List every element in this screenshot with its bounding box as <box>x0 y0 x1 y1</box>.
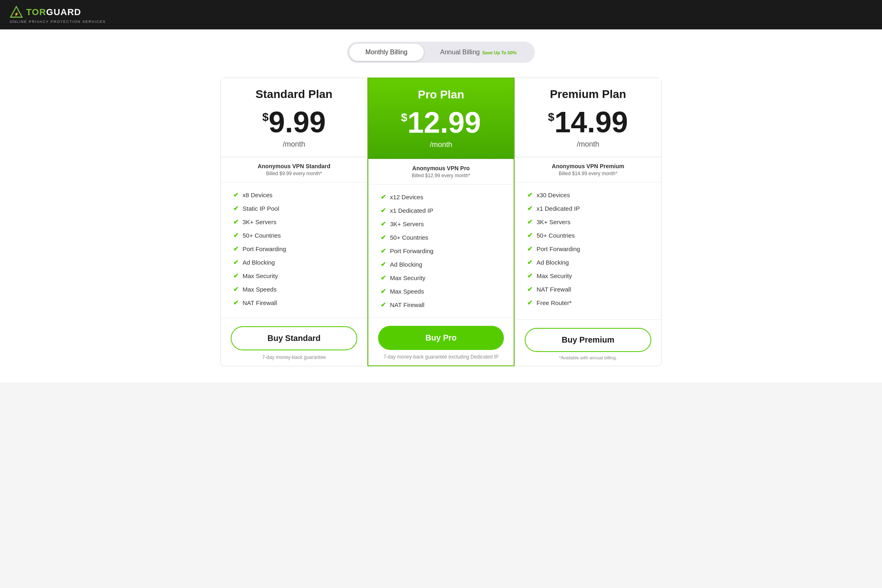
standard-billing-info: Anonymous VPN Standard Billed $9.99 ever… <box>221 157 367 182</box>
plans-container: Standard Plan $ 9.99 /month Anonymous VP… <box>216 78 666 366</box>
check-icon: ✔ <box>527 191 532 199</box>
check-icon: ✔ <box>233 285 238 293</box>
pro-guarantee: 7-day money-back guarantee excluding Ded… <box>378 354 504 360</box>
check-icon: ✔ <box>527 272 532 280</box>
check-icon: ✔ <box>381 261 386 268</box>
standard-plan-card: Standard Plan $ 9.99 /month Anonymous VP… <box>220 78 368 366</box>
check-icon: ✔ <box>381 247 386 255</box>
check-icon: ✔ <box>381 234 386 241</box>
standard-plan-name: Standard Plan <box>229 88 359 101</box>
list-item: ✔Free Router* <box>527 296 649 310</box>
premium-currency: $ <box>548 111 555 124</box>
pro-amount: 12.99 <box>408 108 481 137</box>
list-item: ✔x1 Dedicated IP <box>527 202 649 215</box>
list-item: ✔50+ Countries <box>233 229 355 242</box>
list-item: ✔Max Speeds <box>233 283 355 296</box>
list-item: ✔Static IP Pool <box>233 202 355 215</box>
standard-plan-header: Standard Plan $ 9.99 /month <box>221 78 367 157</box>
pro-cta: Buy Pro 7-day money-back guarantee exclu… <box>368 317 514 365</box>
logo-text: TORGUARD <box>26 7 81 18</box>
list-item: ✔3K+ Servers <box>527 215 649 229</box>
premium-plan-name: Premium Plan <box>523 88 653 101</box>
annual-billing-label: Annual Billing <box>440 49 480 56</box>
standard-period: /month <box>229 140 359 149</box>
standard-billing-desc: Billed $9.99 every month* <box>229 171 359 176</box>
pro-features: ✔x12 Devices ✔x1 Dedicated IP ✔3K+ Serve… <box>368 184 514 317</box>
list-item: ✔NAT Firewall <box>233 296 355 310</box>
site-header: ⚡ TORGUARD ONLINE PRIVACY PROTECTION SER… <box>0 0 882 29</box>
main-content: Monthly Billing Annual BillingSave Up To… <box>0 29 882 383</box>
list-item: ✔Ad Blocking <box>527 256 649 269</box>
list-item: ✔x30 Devices <box>527 188 649 202</box>
standard-price-row: $ 9.99 <box>229 107 359 137</box>
list-item: ✔Ad Blocking <box>233 256 355 269</box>
pro-currency: $ <box>401 111 408 124</box>
list-item: ✔NAT Firewall <box>527 283 649 296</box>
pro-plan-card: Pro Plan $ 12.99 /month Anonymous VPN Pr… <box>368 78 514 366</box>
list-item: ✔x1 Dedicated IP <box>381 204 501 217</box>
annual-billing-button[interactable]: Annual BillingSave Up To 50% <box>424 44 533 61</box>
premium-annual-note: *Available with annual billing. <box>525 355 651 360</box>
list-item: ✔Ad Blocking <box>381 258 501 271</box>
logo-subtitle: ONLINE PRIVACY PROTECTION SERVICES <box>10 20 106 24</box>
check-icon: ✔ <box>381 287 386 295</box>
buy-pro-button[interactable]: Buy Pro <box>378 326 504 350</box>
check-icon: ✔ <box>233 218 238 226</box>
list-item: ✔x8 Devices <box>233 188 355 202</box>
list-item: ✔50+ Countries <box>527 229 649 242</box>
list-item: ✔Max Security <box>233 269 355 283</box>
check-icon: ✔ <box>527 205 532 212</box>
premium-cta: Buy Premium *Available with annual billi… <box>515 319 661 366</box>
pro-period: /month <box>376 140 506 149</box>
standard-currency: $ <box>262 111 269 124</box>
premium-billing-desc: Billed $14.99 every month* <box>523 171 653 176</box>
check-icon: ✔ <box>233 191 238 199</box>
list-item: ✔Max Speeds <box>381 285 501 298</box>
torguard-logo-icon: ⚡ <box>10 6 23 19</box>
check-icon: ✔ <box>381 274 386 282</box>
check-icon: ✔ <box>233 205 238 212</box>
pro-price-row: $ 12.99 <box>376 108 506 137</box>
list-item: ✔3K+ Servers <box>233 215 355 229</box>
premium-billing-title: Anonymous VPN Premium <box>523 163 653 169</box>
check-icon: ✔ <box>527 299 532 307</box>
check-icon: ✔ <box>233 245 238 253</box>
list-item: ✔50+ Countries <box>381 231 501 244</box>
premium-plan-card: Premium Plan $ 14.99 /month Anonymous VP… <box>514 78 662 366</box>
list-item: ✔Port Forwarding <box>233 242 355 256</box>
standard-cta: Buy Standard 7-day money-back guarantee <box>221 318 367 366</box>
pro-billing-title: Anonymous VPN Pro <box>376 165 506 172</box>
list-item: ✔x12 Devices <box>381 190 501 204</box>
check-icon: ✔ <box>381 220 386 228</box>
buy-premium-button[interactable]: Buy Premium <box>525 328 651 352</box>
premium-period: /month <box>523 140 653 149</box>
check-icon: ✔ <box>233 272 238 280</box>
save-badge: Save Up To 50% <box>482 50 517 55</box>
buy-standard-button[interactable]: Buy Standard <box>231 326 357 350</box>
check-icon: ✔ <box>233 299 238 307</box>
billing-toggle: Monthly Billing Annual BillingSave Up To… <box>347 42 535 63</box>
check-icon: ✔ <box>527 218 532 226</box>
check-icon: ✔ <box>527 285 532 293</box>
check-icon: ✔ <box>381 301 386 309</box>
check-icon: ✔ <box>381 207 386 214</box>
pro-plan-name: Pro Plan <box>376 88 506 101</box>
premium-billing-info: Anonymous VPN Premium Billed $14.99 ever… <box>515 157 661 182</box>
check-icon: ✔ <box>233 258 238 266</box>
monthly-billing-button[interactable]: Monthly Billing <box>349 44 424 61</box>
list-item: ✔Max Security <box>527 269 649 283</box>
pro-billing-desc: Billed $12.99 every month* <box>376 173 506 178</box>
list-item: ✔3K+ Servers <box>381 217 501 231</box>
list-item: ✔Max Security <box>381 271 501 285</box>
list-item: ✔Port Forwarding <box>381 244 501 258</box>
standard-guarantee: 7-day money-back guarantee <box>231 354 357 360</box>
check-icon: ✔ <box>527 232 532 239</box>
pro-billing-info: Anonymous VPN Pro Billed $12.99 every mo… <box>368 159 514 184</box>
check-icon: ✔ <box>527 258 532 266</box>
check-icon: ✔ <box>233 232 238 239</box>
premium-features: ✔x30 Devices ✔x1 Dedicated IP ✔3K+ Serve… <box>515 182 661 319</box>
standard-amount: 9.99 <box>269 107 326 137</box>
premium-price-row: $ 14.99 <box>523 107 653 137</box>
svg-text:⚡: ⚡ <box>14 11 19 17</box>
pro-plan-header: Pro Plan $ 12.99 /month <box>368 78 514 159</box>
